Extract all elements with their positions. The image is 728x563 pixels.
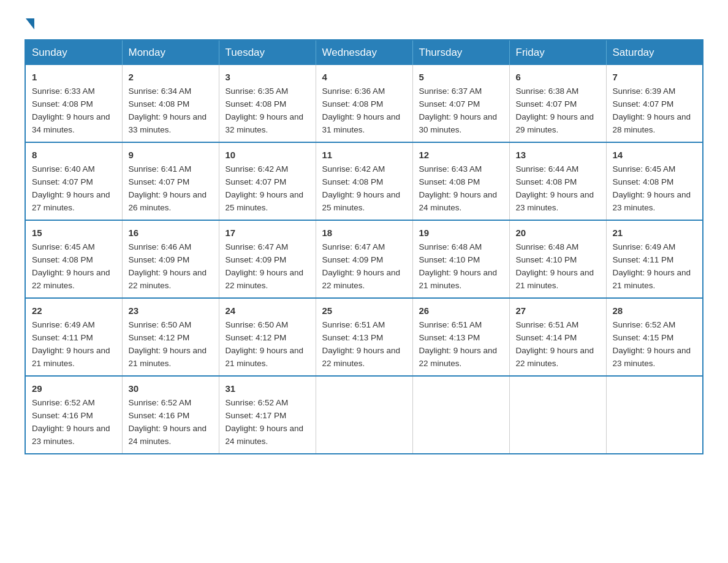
day-number: 5 [419, 70, 503, 84]
daylight-info: Daylight: 9 hours and 30 minutes. [419, 112, 498, 134]
day-of-week-header: Saturday [606, 40, 703, 65]
calendar-day-cell: 7Sunrise: 6:39 AMSunset: 4:07 PMDaylight… [606, 65, 703, 142]
daylight-info: Daylight: 9 hours and 21 minutes. [516, 268, 594, 290]
day-number: 26 [419, 304, 503, 318]
daylight-info: Daylight: 9 hours and 21 minutes. [32, 346, 110, 368]
daylight-info: Daylight: 9 hours and 32 minutes. [226, 112, 304, 134]
calendar-header-row: SundayMondayTuesdayWednesdayThursdayFrid… [25, 40, 703, 65]
day-number: 3 [226, 70, 309, 84]
daylight-info: Daylight: 9 hours and 21 minutes. [226, 346, 304, 368]
sunset-info: Sunset: 4:16 PM [32, 411, 93, 420]
calendar-day-cell: 18Sunrise: 6:47 AMSunset: 4:09 PMDayligh… [316, 220, 412, 298]
day-of-week-header: Sunday [25, 40, 122, 65]
day-number: 6 [516, 70, 600, 84]
day-number: 4 [322, 70, 406, 84]
sunrise-info: Sunrise: 6:37 AM [419, 86, 482, 96]
day-of-week-header: Tuesday [219, 40, 316, 65]
day-of-week-header: Friday [509, 40, 606, 65]
calendar-day-cell: 9Sunrise: 6:41 AMSunset: 4:07 PMDaylight… [122, 142, 219, 220]
daylight-info: Daylight: 9 hours and 25 minutes. [226, 190, 304, 212]
sunrise-info: Sunrise: 6:45 AM [32, 242, 95, 251]
sunset-info: Sunset: 4:14 PM [516, 333, 577, 342]
calendar-day-cell [606, 376, 703, 454]
day-number: 28 [613, 304, 697, 318]
sunrise-info: Sunrise: 6:38 AM [516, 86, 579, 96]
sunset-info: Sunset: 4:07 PM [226, 177, 287, 186]
calendar-day-cell: 16Sunrise: 6:46 AMSunset: 4:09 PMDayligh… [122, 220, 219, 298]
day-number: 16 [129, 226, 213, 240]
day-number: 23 [129, 304, 213, 318]
sunrise-info: Sunrise: 6:51 AM [516, 320, 579, 329]
sunrise-info: Sunrise: 6:42 AM [226, 164, 289, 174]
sunset-info: Sunset: 4:07 PM [32, 177, 93, 186]
daylight-info: Daylight: 9 hours and 22 minutes. [322, 346, 401, 368]
calendar-day-cell: 30Sunrise: 6:52 AMSunset: 4:16 PMDayligh… [122, 376, 219, 454]
calendar-day-cell: 28Sunrise: 6:52 AMSunset: 4:15 PMDayligh… [606, 298, 703, 376]
calendar-day-cell: 22Sunrise: 6:49 AMSunset: 4:11 PMDayligh… [25, 298, 122, 376]
calendar-day-cell: 5Sunrise: 6:37 AMSunset: 4:07 PMDaylight… [412, 65, 509, 142]
calendar-week-row: 1Sunrise: 6:33 AMSunset: 4:08 PMDaylight… [25, 65, 703, 142]
calendar-day-cell: 27Sunrise: 6:51 AMSunset: 4:14 PMDayligh… [509, 298, 606, 376]
daylight-info: Daylight: 9 hours and 22 minutes. [419, 346, 498, 368]
day-of-week-header: Wednesday [316, 40, 412, 65]
daylight-info: Daylight: 9 hours and 28 minutes. [613, 112, 691, 134]
sunset-info: Sunset: 4:12 PM [129, 333, 190, 342]
daylight-info: Daylight: 9 hours and 34 minutes. [32, 112, 110, 134]
sunset-info: Sunset: 4:10 PM [419, 255, 480, 264]
calendar-week-row: 15Sunrise: 6:45 AMSunset: 4:08 PMDayligh… [25, 220, 703, 298]
calendar-day-cell: 26Sunrise: 6:51 AMSunset: 4:13 PMDayligh… [412, 298, 509, 376]
day-number: 2 [129, 70, 213, 84]
day-number: 17 [226, 226, 309, 240]
sunset-info: Sunset: 4:08 PM [32, 99, 93, 109]
calendar-day-cell: 24Sunrise: 6:50 AMSunset: 4:12 PMDayligh… [219, 298, 316, 376]
daylight-info: Daylight: 9 hours and 21 minutes. [129, 346, 207, 368]
sunrise-info: Sunrise: 6:47 AM [226, 242, 289, 251]
sunset-info: Sunset: 4:17 PM [226, 411, 287, 420]
sunrise-info: Sunrise: 6:43 AM [419, 164, 482, 174]
sunrise-info: Sunrise: 6:51 AM [322, 320, 385, 329]
day-of-week-header: Thursday [412, 40, 509, 65]
sunrise-info: Sunrise: 6:48 AM [419, 242, 482, 251]
sunrise-info: Sunrise: 6:44 AM [516, 164, 579, 174]
sunset-info: Sunset: 4:08 PM [419, 177, 480, 186]
sunrise-info: Sunrise: 6:47 AM [322, 242, 385, 251]
day-number: 18 [322, 226, 406, 240]
calendar-day-cell [316, 376, 412, 454]
daylight-info: Daylight: 9 hours and 22 minutes. [129, 268, 207, 290]
day-number: 8 [32, 148, 116, 162]
daylight-info: Daylight: 9 hours and 23 minutes. [32, 424, 110, 446]
sunrise-info: Sunrise: 6:33 AM [32, 86, 95, 96]
sunset-info: Sunset: 4:13 PM [419, 333, 480, 342]
day-number: 14 [613, 148, 697, 162]
daylight-info: Daylight: 9 hours and 24 minutes. [226, 424, 304, 446]
daylight-info: Daylight: 9 hours and 31 minutes. [322, 112, 401, 134]
calendar-table: SundayMondayTuesdayWednesdayThursdayFrid… [25, 39, 703, 454]
sunrise-info: Sunrise: 6:52 AM [226, 398, 289, 407]
sunset-info: Sunset: 4:11 PM [613, 255, 674, 264]
sunset-info: Sunset: 4:08 PM [129, 99, 190, 109]
day-number: 21 [613, 226, 697, 240]
sunset-info: Sunset: 4:08 PM [516, 177, 577, 186]
sunrise-info: Sunrise: 6:36 AM [322, 86, 385, 96]
calendar-day-cell: 1Sunrise: 6:33 AMSunset: 4:08 PMDaylight… [25, 65, 122, 142]
calendar-day-cell: 20Sunrise: 6:48 AMSunset: 4:10 PMDayligh… [509, 220, 606, 298]
sunrise-info: Sunrise: 6:52 AM [129, 398, 192, 407]
sunset-info: Sunset: 4:07 PM [516, 99, 577, 109]
sunrise-info: Sunrise: 6:50 AM [129, 320, 192, 329]
day-number: 30 [129, 381, 213, 396]
calendar-day-cell [509, 376, 606, 454]
sunrise-info: Sunrise: 6:51 AM [419, 320, 482, 329]
daylight-info: Daylight: 9 hours and 21 minutes. [613, 268, 691, 290]
calendar-day-cell: 31Sunrise: 6:52 AMSunset: 4:17 PMDayligh… [219, 376, 316, 454]
calendar-day-cell: 4Sunrise: 6:36 AMSunset: 4:08 PMDaylight… [316, 65, 412, 142]
daylight-info: Daylight: 9 hours and 23 minutes. [613, 346, 691, 368]
sunset-info: Sunset: 4:16 PM [129, 411, 190, 420]
sunset-info: Sunset: 4:08 PM [226, 99, 287, 109]
day-number: 13 [516, 148, 600, 162]
calendar-day-cell: 13Sunrise: 6:44 AMSunset: 4:08 PMDayligh… [509, 142, 606, 220]
sunset-info: Sunset: 4:13 PM [322, 333, 384, 342]
daylight-info: Daylight: 9 hours and 24 minutes. [419, 190, 498, 212]
sunset-info: Sunset: 4:09 PM [226, 255, 287, 264]
calendar-day-cell: 19Sunrise: 6:48 AMSunset: 4:10 PMDayligh… [412, 220, 509, 298]
daylight-info: Daylight: 9 hours and 23 minutes. [613, 190, 691, 212]
